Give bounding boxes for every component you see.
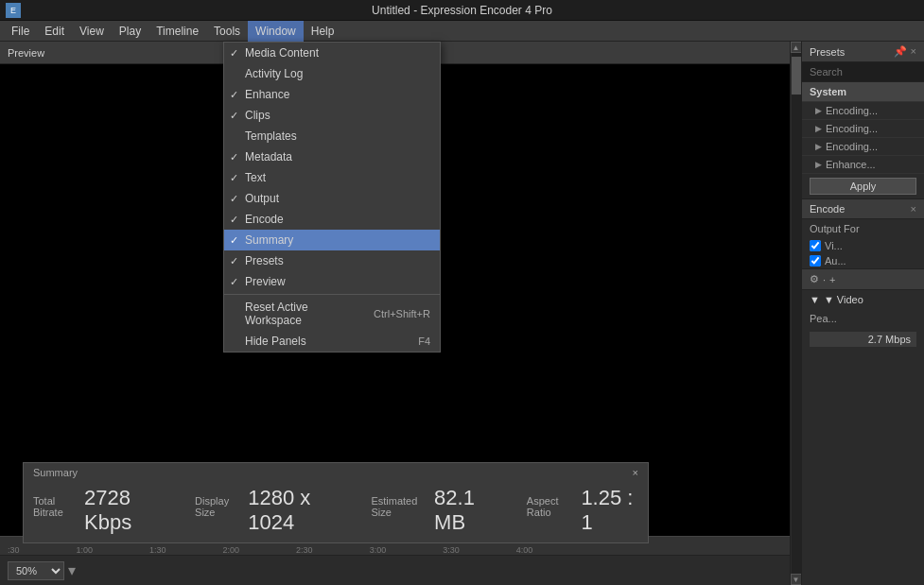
- timeline-bar: 50% 25% 75% 100% ▾: [0, 555, 790, 585]
- menu-play[interactable]: Play: [112, 21, 148, 42]
- menu-item-label: Preview: [245, 275, 286, 288]
- menu-item-enhance[interactable]: Enhance: [224, 84, 440, 105]
- summary-title: Summary: [33, 467, 78, 478]
- main-area: Preview Summary × Total Bitrate 2728 Kbp…: [0, 42, 924, 585]
- preset-label: Encoding...: [826, 105, 878, 116]
- menu-item-preview[interactable]: Preview: [224, 271, 440, 292]
- gear-icon[interactable]: ⚙: [810, 273, 819, 285]
- menu-item-shortcut: Ctrl+Shift+R: [374, 308, 430, 319]
- peak-label: Pea...: [810, 313, 837, 324]
- zoom-dropdown-icon[interactable]: ▾: [68, 561, 76, 579]
- encode-section-header: Encode ×: [802, 198, 924, 219]
- video-section: ▼ ▼ Video: [802, 290, 924, 309]
- preset-arrow-icon: ▶: [815, 124, 822, 133]
- peak-row: Pea...: [802, 309, 924, 328]
- menu-item-label: Summary: [245, 233, 293, 247]
- presets-pin-icon[interactable]: 📌: [894, 45, 907, 58]
- gear-secondary-icon[interactable]: +: [829, 274, 835, 285]
- video-checkbox-label: Vi...: [825, 240, 843, 251]
- scroll-down-button[interactable]: ▼: [791, 574, 802, 585]
- menu-item-label: Metadata: [245, 150, 292, 163]
- preview-label: Preview: [8, 47, 44, 59]
- encode-close-icon[interactable]: ×: [911, 203, 916, 215]
- preset-item-encoding1[interactable]: ▶ Encoding...: [802, 102, 924, 120]
- menu-item-metadata[interactable]: Metadata: [224, 146, 440, 167]
- aspect-ratio-value: 1.25 : 1: [581, 486, 638, 535]
- menu-help[interactable]: Help: [304, 21, 342, 42]
- output-for-label: Output For: [802, 219, 924, 238]
- menu-item-label: Output: [245, 192, 279, 205]
- mbps-value: 2.7 Mbps: [868, 334, 911, 345]
- display-size-label: Display Size: [195, 495, 242, 518]
- audio-checkbox-label: Au...: [825, 255, 846, 267]
- menu-item-templates[interactable]: Templates: [224, 126, 440, 146]
- vertical-scrollbar[interactable]: ▲ ▼: [790, 42, 801, 585]
- menu-item-text[interactable]: Text: [224, 167, 440, 188]
- menu-item-encode[interactable]: Encode: [224, 209, 440, 230]
- title-bar: E Untitled - Expression Encoder 4 Pro: [0, 0, 924, 21]
- total-bitrate-label: Total Bitrate: [33, 495, 78, 518]
- menu-item-media-content[interactable]: Media Content: [224, 43, 440, 63]
- video-checkbox[interactable]: [810, 240, 821, 251]
- menu-item-label: Clips: [245, 109, 270, 122]
- menu-item-label: Presets: [245, 254, 284, 267]
- presets-close-icon[interactable]: ×: [911, 45, 916, 58]
- menu-item-label: Text: [245, 171, 266, 184]
- presets-search-input[interactable]: [802, 62, 924, 82]
- video-expand-icon[interactable]: ▼: [810, 294, 820, 305]
- menu-item-label: Activity Log: [245, 67, 303, 80]
- scroll-thumb[interactable]: [792, 57, 801, 95]
- window-title: Untitled - Expression Encoder 4 Pro: [372, 4, 552, 17]
- gear-separator: ·: [823, 274, 826, 285]
- menu-item-label: Enhance: [245, 88, 289, 101]
- menu-item-presets[interactable]: Presets: [224, 250, 440, 271]
- preset-label: Encoding...: [826, 123, 878, 134]
- estimated-size-value: 82.1 MB: [434, 486, 498, 535]
- preset-label: Enhance...: [826, 159, 876, 170]
- menu-window[interactable]: Window: [248, 21, 304, 42]
- apply-button[interactable]: Apply: [810, 178, 916, 195]
- display-size-value: 1280 x 1024: [248, 486, 342, 535]
- app-icon: E: [6, 3, 21, 18]
- estimated-size-label: Estimated Size: [371, 495, 428, 518]
- audio-checkbox[interactable]: [810, 255, 821, 267]
- menu-tools[interactable]: Tools: [206, 21, 248, 42]
- menu-item-reset-workspace[interactable]: Reset Active Workspace Ctrl+Shift+R: [224, 297, 440, 331]
- presets-header: Presets 📌 ×: [802, 42, 924, 62]
- apply-section: Apply: [802, 174, 924, 198]
- menu-file[interactable]: File: [4, 21, 37, 42]
- gear-section: ⚙ · +: [802, 268, 924, 290]
- preset-arrow-icon: ▶: [815, 106, 822, 115]
- scroll-track[interactable]: [792, 53, 801, 574]
- total-bitrate-field: Total Bitrate 2728 Kbps: [33, 486, 166, 535]
- aspect-ratio-label: Aspect Ratio: [527, 495, 576, 518]
- menu-edit[interactable]: Edit: [37, 21, 72, 42]
- summary-close-button[interactable]: ×: [633, 467, 638, 478]
- menu-item-output[interactable]: Output: [224, 188, 440, 209]
- menu-bar: File Edit View Play Timeline Tools Windo…: [0, 21, 924, 42]
- menu-separator: [224, 294, 440, 295]
- menu-item-hide-panels[interactable]: Hide Panels F4: [224, 331, 440, 352]
- menu-item-activity-log[interactable]: Activity Log: [224, 63, 440, 84]
- scroll-up-button[interactable]: ▲: [791, 42, 802, 53]
- preset-arrow-icon: ▶: [815, 142, 822, 151]
- video-label: ▼ Video: [824, 294, 863, 305]
- summary-bar: Summary × Total Bitrate 2728 Kbps Displa…: [23, 462, 649, 543]
- preset-item-enhance[interactable]: ▶ Enhance...: [802, 156, 924, 174]
- encode-title: Encode: [810, 203, 845, 215]
- right-sidebar: Presets 📌 × System ▶ Encoding... ▶ Encod…: [801, 42, 924, 585]
- menu-item-clips[interactable]: Clips: [224, 105, 440, 126]
- zoom-selector[interactable]: 50% 25% 75% 100%: [8, 561, 64, 580]
- menu-item-summary[interactable]: Summary: [224, 230, 440, 250]
- display-size-field: Display Size 1280 x 1024: [195, 486, 342, 535]
- mbps-badge: 2.7 Mbps: [810, 332, 916, 347]
- menu-timeline[interactable]: Timeline: [148, 21, 206, 42]
- menu-item-label: Media Content: [245, 46, 319, 60]
- menu-item-label: Templates: [245, 129, 297, 143]
- menu-item-label: Encode: [245, 213, 284, 226]
- presets-title: Presets: [810, 46, 845, 58]
- menu-item-label: Hide Panels: [245, 335, 306, 348]
- preset-item-encoding3[interactable]: ▶ Encoding...: [802, 138, 924, 156]
- menu-view[interactable]: View: [72, 21, 112, 42]
- preset-item-encoding2[interactable]: ▶ Encoding...: [802, 120, 924, 138]
